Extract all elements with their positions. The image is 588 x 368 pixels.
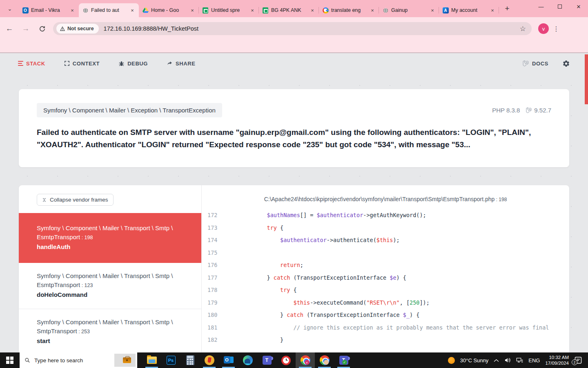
network-icon[interactable] xyxy=(516,357,523,363)
start-button[interactable] xyxy=(0,352,20,368)
language-indicator[interactable]: ENG xyxy=(528,357,540,364)
sheets-icon xyxy=(202,7,209,13)
close-button[interactable]: ✕ xyxy=(569,0,588,13)
frame-method: handleAuth xyxy=(37,242,183,251)
profile-avatar[interactable]: v xyxy=(538,23,549,34)
browser-tab-strip: ⌄ OEmail - Vikra×Failed to aut×Home - Go… xyxy=(0,0,588,17)
frame-class: EsmtpTransport : 198 xyxy=(37,233,183,242)
code-line-182: 182 } xyxy=(202,334,569,346)
code-line-179: 179 $this->executeCommand("RSET\r\n", [2… xyxy=(202,296,569,309)
exception-card: Symfony \ Component \ Mailer \ Exception… xyxy=(19,89,569,167)
outlook-app-icon[interactable]: O xyxy=(219,352,238,368)
code-line-174: 174 $authenticator->authenticate($this); xyxy=(202,234,569,247)
frame-class: SmtpTransport : 253 xyxy=(37,327,183,336)
security-label: Not secure xyxy=(67,26,94,31)
settings-gear-button[interactable] xyxy=(562,60,570,67)
alarm-icon[interactable] xyxy=(276,352,296,368)
code-line-178: 178 try { xyxy=(202,284,569,296)
search-icon xyxy=(24,357,30,363)
tab-share[interactable]: SHARE xyxy=(167,61,196,67)
maximize-button[interactable] xyxy=(550,0,569,13)
edge-icon[interactable] xyxy=(238,352,257,368)
photoshop-icon[interactable]: Ps xyxy=(161,352,180,368)
stack-frame-2[interactable]: Symfony \ Component \ Mailer \ Transport… xyxy=(19,263,201,309)
file-explorer-icon[interactable] xyxy=(142,352,161,368)
tab-close-icon[interactable]: × xyxy=(189,7,196,13)
reload-icon xyxy=(39,25,46,32)
tab-title: Failed to aut xyxy=(91,7,127,13)
collapse-icon xyxy=(42,197,47,202)
address-bar[interactable]: Not secure 172.16.10.169:8888/HW_TicketP… xyxy=(53,22,532,35)
browser-tab-7[interactable]: Gainup× xyxy=(379,3,439,17)
chrome-profile1-icon[interactable]: v xyxy=(296,352,315,368)
briefcase-app-button[interactable] xyxy=(114,354,136,367)
browser-tab-4[interactable]: Untitled spre× xyxy=(199,3,259,17)
browser-tab-2[interactable]: Failed to aut× xyxy=(79,3,139,17)
page-scrollbar-thumb[interactable] xyxy=(585,54,588,104)
search-placeholder: Type here to search xyxy=(34,357,83,364)
code-line-175: 175 xyxy=(202,247,569,259)
weather-text[interactable]: 30°C Sunny xyxy=(460,357,489,364)
browser-tab-8[interactable]: AMy account× xyxy=(439,3,499,17)
new-tab-button[interactable]: + xyxy=(501,3,513,14)
browser-tab-3[interactable]: Home - Goo× xyxy=(139,3,199,17)
minimize-button[interactable]: — xyxy=(532,0,550,13)
browser-tab-1[interactable]: OEmail - Vikra× xyxy=(19,3,79,17)
globe-icon xyxy=(382,7,389,13)
code-file-path: C:\Apache24\htdocs\kpiproject\vendor\sym… xyxy=(202,185,569,209)
browser-tabs: OEmail - Vikra×Failed to aut×Home - Goo×… xyxy=(19,0,499,17)
orange-app-icon[interactable] xyxy=(200,352,219,368)
tab-stack[interactable]: STACK xyxy=(18,61,45,67)
exception-message: Failed to authenticate on SMTP server wi… xyxy=(37,126,551,151)
tab-title: Home - Goo xyxy=(151,7,187,13)
taskbar-search[interactable]: Type here to search xyxy=(20,352,137,368)
stack-frame-1[interactable]: Symfony \ Component \ Mailer \ Transport… xyxy=(19,213,201,263)
browser-tab-5[interactable]: BG 4PK ANK× xyxy=(259,3,319,17)
reload-button[interactable] xyxy=(35,22,49,36)
warning-icon xyxy=(60,26,65,31)
site-security-chip[interactable]: Not secure xyxy=(56,24,99,34)
bookmark-star-icon[interactable]: ☆ xyxy=(520,25,526,33)
stack-frames-pane: Collapse vendor frames Symfony \ Compone… xyxy=(19,185,202,352)
tab-close-icon[interactable]: × xyxy=(249,7,256,13)
tab-title: Gainup xyxy=(391,7,427,13)
calculator-icon[interactable] xyxy=(180,352,200,368)
browser-menu-button[interactable]: ⋮ xyxy=(553,25,559,33)
system-tray: 30°C Sunny ENG 10:32 AM 17/09/2024 2 xyxy=(448,352,588,368)
collapse-vendor-frames-button[interactable]: Collapse vendor frames xyxy=(37,194,114,206)
tab-close-icon[interactable]: × xyxy=(309,7,316,13)
weather-sun-icon[interactable] xyxy=(448,357,455,364)
code-line-181: 181 // ignore this exception as it proba… xyxy=(202,321,569,334)
clock[interactable]: 10:32 AM 17/09/2024 xyxy=(545,355,569,366)
tab-close-icon[interactable]: × xyxy=(489,7,496,13)
tab-context[interactable]: CONTEXT xyxy=(64,61,100,67)
windows-logo-icon xyxy=(6,357,13,364)
speaker-icon[interactable] xyxy=(504,357,511,363)
exception-class: Symfony \ Component \ Mailer \ Exception… xyxy=(37,103,222,117)
tab-close-icon[interactable]: × xyxy=(369,7,376,13)
code-line-180: 180 } catch (TransportExceptionInterface… xyxy=(202,309,569,321)
teams-icon[interactable]: T xyxy=(257,352,276,368)
debug-bug-icon xyxy=(118,61,125,67)
ai-icon: A xyxy=(442,7,449,13)
chrome-profile2-icon[interactable] xyxy=(315,352,334,368)
drive-icon xyxy=(142,7,149,13)
tray-chevron-up-icon[interactable] xyxy=(494,359,499,362)
forward-button[interactable]: → xyxy=(19,22,33,36)
windows-taskbar: Type here to search PsOTvT✓ 30°C Sunny E… xyxy=(0,352,588,368)
tray-date: 17/09/2024 xyxy=(545,360,569,366)
tab-close-icon[interactable]: × xyxy=(129,7,136,13)
code-line-173: 173 try { xyxy=(202,222,569,234)
stack-icon xyxy=(18,61,23,66)
back-button[interactable]: ← xyxy=(2,22,16,36)
laravel-icon xyxy=(522,60,529,67)
tab-search-button[interactable]: ⌄ xyxy=(4,3,16,14)
notification-center-button[interactable]: 2 xyxy=(574,356,584,364)
tab-close-icon[interactable]: × xyxy=(429,7,436,13)
browser-tab-6[interactable]: translate eng× xyxy=(319,3,379,17)
tab-debug[interactable]: DEBUG xyxy=(118,61,148,67)
tab-close-icon[interactable]: × xyxy=(69,7,76,13)
docs-link[interactable]: DOCS xyxy=(522,60,548,67)
teams-check-icon[interactable]: T✓ xyxy=(334,352,353,368)
stack-frame-3[interactable]: Symfony \ Component \ Mailer \ Transport… xyxy=(19,309,201,352)
